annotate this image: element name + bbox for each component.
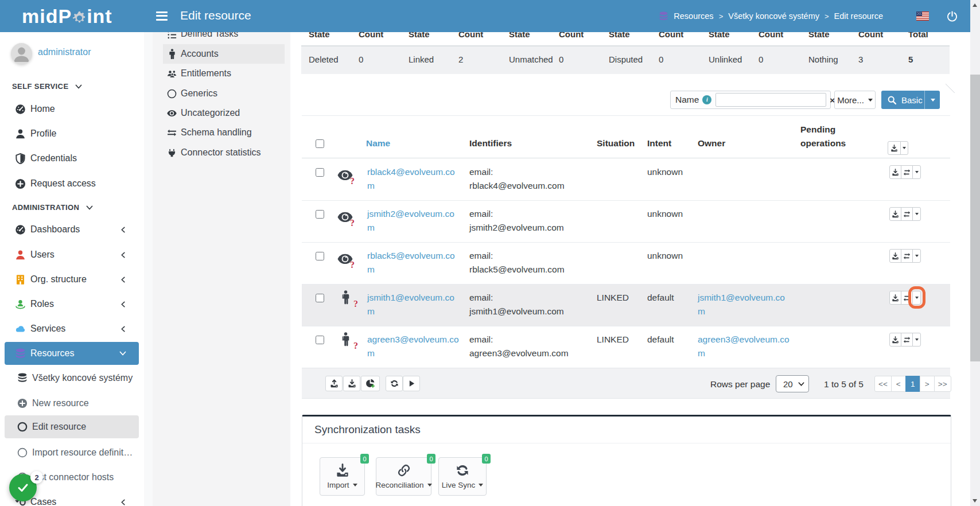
info-icon[interactable]: i bbox=[702, 95, 711, 104]
row-checkbox[interactable] bbox=[316, 336, 324, 344]
search-more-button[interactable]: More... bbox=[834, 91, 876, 109]
sidebar-item-import-resource-definition[interactable]: Import resource definit… bbox=[5, 441, 139, 464]
export-download-button[interactable] bbox=[888, 141, 901, 155]
caret-down-icon bbox=[915, 338, 919, 341]
circle-icon bbox=[167, 89, 177, 99]
select-all-checkbox[interactable] bbox=[316, 139, 324, 148]
sidebar-item-users[interactable]: Users bbox=[5, 243, 139, 266]
task-count-badge: 0 bbox=[360, 454, 369, 464]
row-menu-caret-button[interactable] bbox=[912, 165, 921, 179]
summary-cell-state: Unmatched bbox=[509, 55, 553, 64]
user-name-link[interactable]: administrator bbox=[38, 47, 91, 57]
menu-item-connector-statistics[interactable]: Connector statistics bbox=[163, 143, 285, 162]
sidebar-item-edit-resource[interactable]: Edit resource bbox=[5, 415, 139, 438]
operation-count-badge[interactable]: 2 bbox=[30, 471, 43, 484]
account-name-link[interactable]: jsmith1@evolveum.com bbox=[367, 293, 454, 316]
search-field-label: Name bbox=[675, 95, 699, 105]
sidebar-item-credentials[interactable]: Credentials bbox=[5, 147, 139, 170]
download-button[interactable] bbox=[343, 376, 360, 391]
sidebar-item-dashboards[interactable]: Dashboards bbox=[5, 218, 139, 241]
menu-item-uncategorized[interactable]: Uncategorized bbox=[163, 103, 285, 123]
sidebar-item-org-structure[interactable]: Org. structure bbox=[5, 268, 139, 291]
download-icon bbox=[892, 252, 899, 260]
upload-button[interactable] bbox=[325, 376, 343, 391]
scrollbar-down-arrow[interactable] bbox=[973, 499, 977, 503]
power-icon[interactable] bbox=[947, 11, 958, 22]
sidebar-section-administration[interactable]: ADMINISTRATION bbox=[12, 203, 93, 212]
row-download-button[interactable] bbox=[889, 165, 901, 179]
pagination-next[interactable]: > bbox=[920, 376, 935, 392]
shadow-disputed-icon: ? bbox=[337, 209, 352, 224]
search-item-name: Name i × bbox=[670, 91, 831, 109]
import-icon bbox=[336, 464, 349, 477]
sidebar-item-services[interactable]: Services bbox=[5, 317, 139, 340]
row-download-button[interactable] bbox=[889, 249, 901, 263]
menu-item-generics[interactable]: Generics bbox=[163, 84, 285, 103]
sidebar-item-roles[interactable]: Roles bbox=[5, 293, 139, 316]
breadcrumb-item-edit-resource[interactable]: Edit resource bbox=[834, 11, 883, 21]
row-checkbox[interactable] bbox=[316, 210, 324, 219]
account-name-link[interactable]: jsmith2@evolveum.com bbox=[367, 209, 454, 232]
sidebar-item-request-access[interactable]: Request access bbox=[5, 172, 139, 195]
row-checkbox[interactable] bbox=[316, 294, 324, 302]
row-download-button[interactable] bbox=[889, 333, 901, 347]
account-owner-link[interactable]: jsmith1@evolveum.com bbox=[698, 293, 785, 316]
download-icon bbox=[348, 379, 356, 388]
row-menu-caret-button[interactable] bbox=[912, 207, 921, 221]
identifier-key: email: bbox=[469, 291, 584, 305]
menu-item-schema-handling[interactable]: Schema handling bbox=[163, 123, 285, 142]
midpoint-logo[interactable]: midPint bbox=[22, 4, 120, 28]
scrollbar-thumb[interactable] bbox=[970, 75, 980, 361]
row-menu-caret-button[interactable] bbox=[912, 333, 921, 347]
pagination-first[interactable]: << bbox=[874, 376, 892, 392]
pagination-page-1[interactable]: 1 bbox=[905, 376, 920, 392]
row-transfer-button[interactable] bbox=[901, 165, 913, 179]
us-flag-icon[interactable] bbox=[916, 11, 929, 21]
sidebar-item-home[interactable]: Home bbox=[5, 98, 139, 120]
search-input[interactable] bbox=[715, 93, 826, 107]
row-menu-caret-button[interactable] bbox=[912, 249, 921, 263]
sidebar-section-self-service[interactable]: SELF SERVICE bbox=[12, 82, 82, 91]
row-checkbox[interactable] bbox=[316, 168, 324, 177]
account-owner-link[interactable]: agreen3@evolveum.com bbox=[698, 334, 790, 358]
refresh-button[interactable] bbox=[386, 376, 403, 391]
search-basic-button[interactable]: Basic bbox=[881, 91, 940, 109]
avatar[interactable] bbox=[11, 43, 32, 64]
rows-per-page-select[interactable]: 20 bbox=[776, 375, 809, 392]
menu-item-entitlements[interactable]: Entitlements bbox=[163, 64, 285, 83]
breadcrumb-item-resources[interactable]: Resources bbox=[674, 11, 713, 21]
live-sync-task-button[interactable]: Live Sync 0 bbox=[438, 457, 487, 496]
browser-scrollbar[interactable] bbox=[970, 0, 980, 506]
sidebar-item-profile[interactable]: Profile bbox=[5, 122, 139, 145]
sidebar-item-new-resource[interactable]: New resource bbox=[5, 392, 139, 415]
sidebar-item-resources[interactable]: Resources bbox=[5, 342, 139, 365]
account-name-link[interactable]: rblack4@evolveum.com bbox=[367, 167, 455, 190]
create-report-button[interactable] bbox=[361, 376, 380, 391]
identifier-key: email: bbox=[469, 207, 584, 221]
row-download-button[interactable] bbox=[889, 291, 901, 305]
export-caret-button[interactable] bbox=[900, 141, 908, 155]
account-name-link[interactable]: rblack5@evolveum.com bbox=[367, 251, 455, 274]
sidebar-item-all-resources[interactable]: Všetky koncové systémy bbox=[5, 367, 139, 390]
play-button[interactable] bbox=[403, 376, 420, 391]
download-icon bbox=[892, 336, 899, 344]
row-checkbox[interactable] bbox=[316, 252, 324, 260]
caret-down-icon[interactable] bbox=[931, 99, 935, 102]
row-download-button[interactable] bbox=[889, 207, 901, 221]
row-transfer-button[interactable] bbox=[901, 207, 913, 221]
rows-per-page-value: 20 bbox=[783, 379, 793, 389]
menu-item-accounts[interactable]: Accounts bbox=[163, 44, 285, 64]
search-panel-fold bbox=[946, 84, 955, 93]
sync-card-title: Synchronization tasks bbox=[314, 423, 421, 436]
hamburger-icon[interactable] bbox=[155, 9, 169, 23]
account-name-link[interactable]: agreen3@evolveum.com bbox=[367, 334, 459, 358]
breadcrumb-item-resource-name[interactable]: Všetky koncové systémy bbox=[728, 11, 819, 21]
scrollbar-up-arrow[interactable] bbox=[973, 3, 977, 7]
row-transfer-button[interactable] bbox=[901, 333, 913, 347]
pagination-prev[interactable]: < bbox=[891, 376, 906, 392]
pagination-last[interactable]: >> bbox=[934, 376, 951, 392]
reconciliation-task-button[interactable]: Reconciliation 0 bbox=[376, 457, 431, 496]
import-task-button[interactable]: Import 0 bbox=[320, 457, 365, 496]
row-transfer-button[interactable] bbox=[901, 249, 913, 263]
column-header-name[interactable]: Name bbox=[366, 138, 390, 148]
